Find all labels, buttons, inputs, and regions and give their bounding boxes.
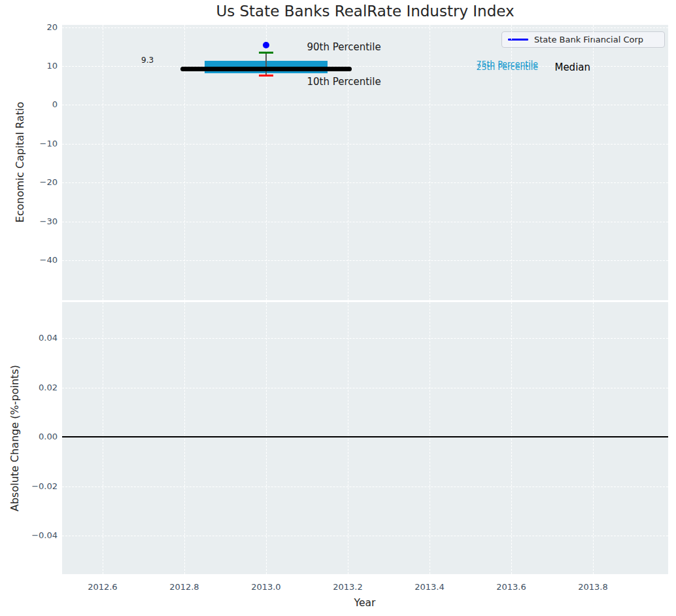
y-tick-label: −20 bbox=[26, 177, 58, 188]
gridline-y bbox=[62, 182, 668, 183]
company-data-point bbox=[263, 42, 269, 48]
y-tick-label: 0.02 bbox=[26, 383, 58, 393]
x-axis-label: Year bbox=[354, 597, 376, 609]
gridline-y bbox=[62, 487, 668, 487]
chart-figure: Us State Banks RealRate Industry Index E… bbox=[0, 0, 676, 616]
annotation-90th-percentile: 90th Percentile bbox=[307, 41, 380, 53]
gridline-y bbox=[62, 105, 668, 105]
y-tick-label: −10 bbox=[26, 139, 58, 149]
gridline-x bbox=[511, 302, 512, 574]
y-axis-label-bottom: Absolute Change (%-points) bbox=[8, 365, 21, 511]
annotation-10th-percentile: 10th Percentile bbox=[307, 76, 380, 88]
y-tick-label: 0 bbox=[26, 99, 58, 110]
boxplot-whisker-line bbox=[265, 52, 267, 76]
x-tick-label: 2013.4 bbox=[407, 582, 452, 592]
chart-title: Us State Banks RealRate Industry Index bbox=[62, 3, 668, 20]
boxplot-cap-90th bbox=[259, 52, 273, 54]
boxplot-cap-10th bbox=[259, 75, 273, 77]
zero-line bbox=[62, 436, 668, 437]
gridline-x bbox=[266, 302, 267, 574]
gridline-y bbox=[62, 27, 668, 28]
gridline-y bbox=[62, 388, 668, 388]
gridline-y bbox=[62, 222, 668, 222]
gridline-x bbox=[430, 302, 430, 574]
x-tick-label: 2012.8 bbox=[161, 582, 207, 592]
x-tick-label: 2013.6 bbox=[488, 582, 534, 592]
y-tick-label: 0.00 bbox=[26, 432, 58, 442]
x-tick-label: 2013.8 bbox=[570, 582, 616, 592]
y-tick-label: 20 bbox=[26, 22, 58, 33]
annotation-median-label: Median bbox=[554, 61, 590, 73]
y-tick-label: −40 bbox=[26, 255, 58, 265]
y-axis-label-top: Economic Capital Ratio bbox=[14, 102, 26, 223]
y-tick-label: 10 bbox=[26, 61, 58, 71]
annotation-25th-percentile: 25th Percentile bbox=[477, 61, 538, 71]
y-tick-label: −0.02 bbox=[26, 481, 58, 492]
legend: State Bank Financial Corp bbox=[501, 31, 665, 48]
gridline-y bbox=[62, 260, 668, 261]
y-tick-label: −0.04 bbox=[26, 530, 58, 541]
gridline-y bbox=[62, 338, 668, 339]
gridline-y bbox=[62, 144, 668, 145]
y-tick-label: −30 bbox=[26, 216, 58, 227]
gridline-x bbox=[184, 302, 185, 574]
gridline-x bbox=[348, 302, 348, 574]
x-tick-label: 2013.0 bbox=[243, 582, 289, 592]
x-tick-label: 2012.6 bbox=[80, 582, 126, 592]
annotation-median-value: 9.3 bbox=[141, 56, 154, 65]
panel-absolute-change bbox=[62, 302, 668, 574]
gridline-x bbox=[103, 302, 103, 574]
gridline-x bbox=[593, 302, 594, 574]
legend-label: State Bank Financial Corp bbox=[534, 35, 643, 44]
gridline-y bbox=[62, 536, 668, 536]
boxplot-median-line bbox=[180, 67, 352, 71]
y-tick-label: 0.04 bbox=[26, 333, 58, 343]
x-tick-label: 2013.2 bbox=[325, 582, 371, 592]
